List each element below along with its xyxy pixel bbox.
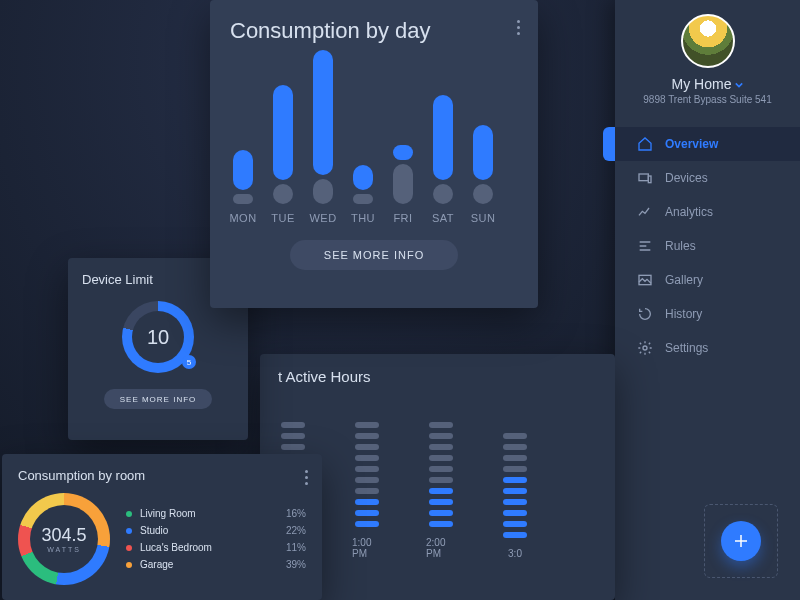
active-hours-chart: 12:00 PM1:00 PM2:00 PM3:0 <box>278 399 597 559</box>
day-label: MON <box>229 212 256 224</box>
day-label: SUN <box>471 212 496 224</box>
legend-label: Garage <box>140 559 173 570</box>
legend-label: Luca's Bedroom <box>140 542 212 553</box>
analytics-icon <box>637 204 653 220</box>
legend-pct: 22% <box>286 525 306 536</box>
fab-dropzone <box>704 504 778 578</box>
nav-rules[interactable]: Rules <box>615 229 800 263</box>
consumption-room-card: Consumption by room 304.5 WATTS Living R… <box>2 454 322 600</box>
legend-item[interactable]: Living Room16% <box>126 505 306 522</box>
nav-label: Rules <box>665 239 696 253</box>
watt-unit: WATTS <box>47 546 81 553</box>
more-menu-icon[interactable] <box>517 20 520 35</box>
legend-color-icon <box>126 562 132 568</box>
day-bar: MON <box>230 146 256 224</box>
consumption-room-title: Consumption by room <box>18 468 306 483</box>
hour-column: 2:00 PM <box>426 417 456 559</box>
hour-label: 3:0 <box>508 548 522 559</box>
day-bar: SUN <box>470 121 496 224</box>
nav-gallery[interactable]: Gallery <box>615 263 800 297</box>
hour-column: 3:0 <box>500 428 530 559</box>
settings-icon <box>637 340 653 356</box>
hour-label: 2:00 PM <box>426 537 456 559</box>
nav-analytics[interactable]: Analytics <box>615 195 800 229</box>
nav-settings[interactable]: Settings <box>615 331 800 365</box>
legend-color-icon <box>126 545 132 551</box>
home-name: My Home <box>672 76 732 92</box>
gallery-icon <box>637 272 653 288</box>
day-label: TUE <box>271 212 295 224</box>
device-limit-gauge: 10 5 <box>122 301 194 373</box>
more-menu-icon[interactable] <box>305 470 308 485</box>
day-label: THU <box>351 212 375 224</box>
nav-label: Analytics <box>665 205 713 219</box>
device-limit-badge: 5 <box>182 355 196 369</box>
add-button[interactable] <box>721 521 761 561</box>
home-selector[interactable]: My Home <box>615 76 800 92</box>
nav-overview[interactable]: Overview <box>615 127 800 161</box>
legend-pct: 11% <box>286 542 306 553</box>
legend-item[interactable]: Garage39% <box>126 556 306 573</box>
room-legend: Living Room16%Studio22%Luca's Bedroom11%… <box>126 505 306 573</box>
nav-label: Overview <box>665 137 718 151</box>
day-bar: SAT <box>430 91 456 224</box>
history-icon <box>637 306 653 322</box>
legend-pct: 16% <box>286 508 306 519</box>
legend-label: Studio <box>140 525 168 536</box>
sidebar: My Home 9898 Trent Bypass Suite 541 Over… <box>615 0 800 600</box>
svg-rect-1 <box>648 176 651 183</box>
rules-icon <box>637 238 653 254</box>
svg-rect-0 <box>639 174 648 181</box>
day-bar: THU <box>350 161 376 224</box>
legend-label: Living Room <box>140 508 196 519</box>
consumption-day-chart: MONTUEWEDTHUFRISATSUN <box>230 60 518 224</box>
hour-column: 1:00 PM <box>352 417 382 559</box>
avatar[interactable] <box>681 14 735 68</box>
day-bar: FRI <box>390 141 416 224</box>
day-label: WED <box>309 212 336 224</box>
home-address: 9898 Trent Bypass Suite 541 <box>615 94 800 105</box>
legend-item[interactable]: Studio22% <box>126 522 306 539</box>
svg-point-3 <box>643 346 647 350</box>
hour-label: 1:00 PM <box>352 537 382 559</box>
chevron-down-icon <box>735 81 743 89</box>
nav-devices[interactable]: Devices <box>615 161 800 195</box>
consumption-day-title: Consumption by day <box>230 18 518 44</box>
day-label: SAT <box>432 212 454 224</box>
device-limit-more-button[interactable]: SEE MORE INFO <box>104 389 212 409</box>
nav-history[interactable]: History <box>615 297 800 331</box>
day-bar: WED <box>310 46 336 224</box>
nav-label: History <box>665 307 702 321</box>
legend-color-icon <box>126 528 132 534</box>
legend-pct: 39% <box>286 559 306 570</box>
consumption-day-more-button[interactable]: SEE MORE INFO <box>290 240 458 270</box>
devices-icon <box>637 170 653 186</box>
plus-icon <box>732 532 750 550</box>
consumption-day-card: Consumption by day MONTUEWEDTHUFRISATSUN… <box>210 0 538 308</box>
nav-label: Settings <box>665 341 708 355</box>
day-bar: TUE <box>270 81 296 224</box>
legend-item[interactable]: Luca's Bedroom11% <box>126 539 306 556</box>
active-hours-title: t Active Hours <box>278 368 597 385</box>
watt-total: 304.5 <box>41 525 86 546</box>
home-icon <box>637 136 653 152</box>
consumption-room-donut: 304.5 WATTS <box>18 493 110 585</box>
nav-label: Gallery <box>665 273 703 287</box>
day-label: FRI <box>393 212 412 224</box>
nav: Overview Devices Analytics Rules Gallery… <box>615 127 800 365</box>
nav-label: Devices <box>665 171 708 185</box>
legend-color-icon <box>126 511 132 517</box>
